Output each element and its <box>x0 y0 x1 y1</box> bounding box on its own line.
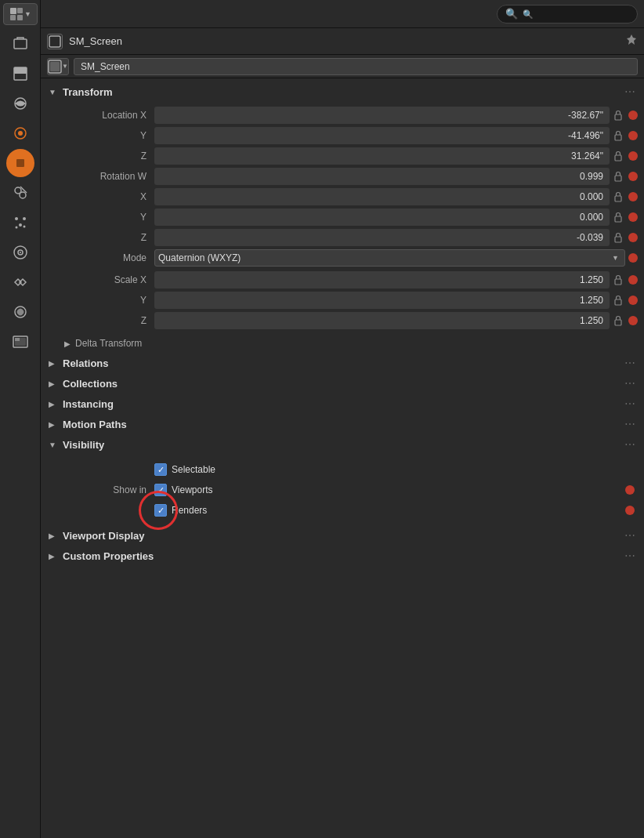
scale-z-keyframe-dot <box>628 316 638 325</box>
selectable-checkbox-item: ✓ Selectable <box>154 463 624 476</box>
location-z-lock[interactable] <box>610 151 627 161</box>
collections-section-header[interactable]: ▶ Collections ⋯ <box>41 373 644 394</box>
location-z-keyframe-dot <box>628 151 638 161</box>
svg-point-13 <box>20 192 26 198</box>
transform-section-menu[interactable]: ⋯ <box>624 85 636 98</box>
renders-row: ✓ Renders <box>41 500 644 521</box>
renders-checkbox[interactable]: ✓ <box>154 504 167 517</box>
sidebar-icon-output[interactable] <box>6 328 34 356</box>
viewport-display-section-title: Viewport Display <box>63 530 620 542</box>
custom-properties-section-menu[interactable]: ⋯ <box>624 550 636 562</box>
sidebar-icon-scene-data[interactable] <box>6 89 34 118</box>
svg-rect-2 <box>10 15 16 20</box>
type-dropdown-arrow: ▼ <box>62 63 68 70</box>
location-x-label: Location X <box>41 110 154 121</box>
relations-section-menu[interactable]: ⋯ <box>624 357 636 369</box>
type-icon-button[interactable]: ▼ <box>47 58 69 75</box>
scale-z-lock[interactable] <box>610 315 627 326</box>
location-y-row: Y -41.496" <box>41 125 644 146</box>
viewports-checkbox-item: ✓ Viewports <box>154 484 624 496</box>
location-y-lock[interactable] <box>610 130 627 141</box>
constraints-icon <box>12 274 29 291</box>
custom-properties-toggle-icon: ▶ <box>49 552 58 560</box>
renders-keyframe-dot <box>625 506 635 515</box>
scale-y-field[interactable]: 1.250 <box>154 292 610 309</box>
rotation-y-field[interactable]: 0.000 <box>154 209 610 226</box>
sidebar-icon-constraints[interactable] <box>6 268 34 296</box>
transform-section-header[interactable]: ▼ Transform ⋯ <box>41 82 644 102</box>
type-selector-row: ▼ <box>41 55 644 78</box>
object-name-input[interactable] <box>74 58 638 75</box>
editor-type-button[interactable]: ▼ <box>3 3 38 25</box>
mode-label: Mode <box>41 252 154 263</box>
rotation-w-label: Rotation W <box>41 171 154 182</box>
sidebar-icon-physics[interactable] <box>6 238 34 267</box>
custom-properties-section-header[interactable]: ▶ Custom Properties ⋯ <box>41 546 644 566</box>
rotation-z-lock[interactable] <box>610 232 627 243</box>
visibility-toggle-icon: ▼ <box>49 441 58 449</box>
sidebar-icon-scene[interactable] <box>6 30 34 58</box>
sidebar-icon-object-data[interactable] <box>6 149 34 177</box>
instancing-section-header[interactable]: ▶ Instancing ⋯ <box>41 394 644 414</box>
collections-section-menu[interactable]: ⋯ <box>624 377 636 390</box>
location-z-field[interactable]: 31.264" <box>154 147 610 165</box>
location-x-lock[interactable] <box>610 110 627 121</box>
object-header: SM_Screen <box>41 28 644 55</box>
motion-paths-section-menu[interactable]: ⋯ <box>624 418 636 430</box>
location-z-label: Z <box>41 151 154 161</box>
rotation-z-field[interactable]: -0.039 <box>154 229 610 246</box>
viewport-display-section-menu[interactable]: ⋯ <box>624 529 636 542</box>
rotation-y-lock[interactable] <box>610 212 627 223</box>
svg-point-9 <box>18 131 23 136</box>
svg-rect-4 <box>14 39 27 49</box>
scale-z-field[interactable]: 1.250 <box>154 312 610 329</box>
scale-y-lock[interactable] <box>610 295 627 306</box>
scale-y-keyframe-dot <box>628 296 638 305</box>
main-panel: 🔍 SM_Screen ▼ ▼ <box>41 0 644 838</box>
visibility-section-title: Visibility <box>63 439 620 451</box>
sidebar-icon-particles[interactable] <box>6 209 34 237</box>
sidebar-icon-shader[interactable] <box>6 298 34 326</box>
location-x-row: Location X -382.67" <box>41 105 644 125</box>
relations-toggle-icon: ▶ <box>49 359 58 368</box>
viewports-checkbox[interactable]: ✓ <box>154 484 167 496</box>
scale-x-field[interactable]: 1.250 <box>154 271 610 288</box>
sidebar-icon-modifier[interactable] <box>6 179 34 207</box>
motion-paths-toggle-icon: ▶ <box>49 420 58 429</box>
scale-x-lock[interactable] <box>610 274 627 285</box>
location-x-field[interactable]: -382.67" <box>154 107 610 124</box>
renders-label: Renders <box>172 505 207 516</box>
search-bar[interactable]: 🔍 <box>497 5 638 24</box>
relations-section-header[interactable]: ▶ Relations ⋯ <box>41 353 644 373</box>
selectable-dot-spacer <box>625 465 635 474</box>
collections-toggle-icon: ▶ <box>49 379 58 388</box>
search-icon: 🔍 <box>505 8 518 20</box>
viewport-display-section-header[interactable]: ▶ Viewport Display ⋯ <box>41 525 644 546</box>
sidebar-icon-view-layer[interactable] <box>6 60 34 88</box>
scale-z-row: Z 1.250 <box>41 310 644 331</box>
visibility-section-header[interactable]: ▼ Visibility ⋯ <box>41 434 644 455</box>
motion-paths-section-header[interactable]: ▶ Motion Paths ⋯ <box>41 414 644 434</box>
svg-point-15 <box>15 217 18 220</box>
object-title: SM_Screen <box>69 35 122 47</box>
rotation-w-row: Rotation W 0.999 <box>41 166 644 187</box>
rotation-x-field[interactable]: 0.000 <box>154 188 610 205</box>
rotation-x-lock[interactable] <box>610 191 627 202</box>
object-data-icon <box>13 155 28 171</box>
scale-y-row: Y 1.250 <box>41 290 644 310</box>
mode-select[interactable]: Quaternion (WXYZ) XYZ Euler Axis Angle <box>154 249 625 267</box>
rotation-w-field[interactable]: 0.999 <box>154 168 610 185</box>
svg-rect-33 <box>615 176 621 181</box>
instancing-section-menu[interactable]: ⋯ <box>624 397 636 410</box>
sidebar: ▼ <box>0 0 41 838</box>
rotation-w-lock[interactable] <box>610 171 627 182</box>
location-y-field[interactable]: -41.496" <box>154 127 610 144</box>
selectable-checkbox[interactable]: ✓ <box>154 463 167 476</box>
viewports-label: Viewports <box>172 484 212 495</box>
delta-transform-header[interactable]: ▶ Delta Transform <box>41 334 644 353</box>
mode-select-wrapper[interactable]: Quaternion (WXYZ) XYZ Euler Axis Angle <box>154 249 625 267</box>
sidebar-icon-object[interactable] <box>6 119 34 147</box>
pin-icon[interactable] <box>625 34 638 49</box>
search-input[interactable] <box>523 9 629 19</box>
visibility-section-menu[interactable]: ⋯ <box>624 438 636 451</box>
